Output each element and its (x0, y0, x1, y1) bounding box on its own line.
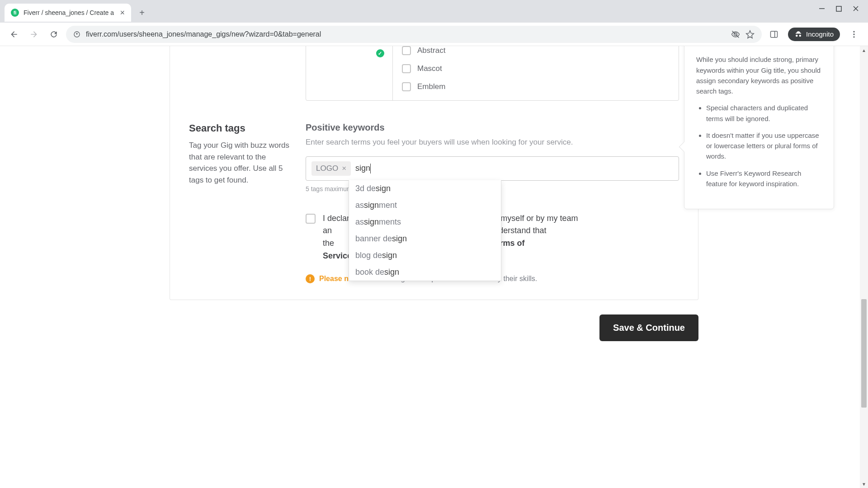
file-format-option[interactable]: Mascot (402, 60, 670, 78)
text-cursor (370, 164, 371, 174)
fiverr-favicon-icon: fi (11, 9, 19, 17)
keyword-chip: LOGO × (311, 161, 351, 176)
warning-icon: ! (306, 274, 315, 283)
tips-bullet: Use Fiverr's Keyword Research feature fo… (706, 168, 822, 189)
suggestion-item[interactable]: banner design (349, 230, 501, 247)
suggestions-dropdown: 3d design assignment assignments banner … (349, 180, 501, 281)
close-tab-icon[interactable]: × (120, 8, 125, 18)
file-format-panel: FILE FORMAT ✓ Abstract Mascot (306, 46, 679, 101)
minimize-icon[interactable] (819, 5, 825, 12)
scrollbar-thumb[interactable] (861, 299, 867, 408)
checkbox-icon[interactable] (402, 82, 411, 91)
keywords-input[interactable]: sign (355, 164, 370, 173)
search-tags-heading: Search tags (189, 122, 295, 134)
bookmark-star-icon[interactable] (745, 30, 755, 39)
svg-rect-8 (771, 31, 778, 37)
tips-card: terms in their searches. While you shoul… (684, 46, 834, 209)
keywords-input-box[interactable]: LOGO × sign 3d design assignment assignm… (306, 156, 679, 181)
checkbox-icon[interactable] (402, 64, 411, 73)
page-viewport: FILE FORMAT ✓ Abstract Mascot (0, 46, 868, 488)
svg-rect-1 (836, 6, 841, 11)
window-controls (819, 4, 868, 12)
save-continue-button[interactable]: Save & Continue (599, 314, 698, 341)
tab-title: Fiverr / sheena_jones / Create a (24, 9, 115, 16)
tips-bullet: Special characters and duplicated terms … (706, 103, 822, 124)
side-panel-icon[interactable] (766, 27, 782, 42)
option-label: Emblem (417, 82, 445, 91)
declaration-checkbox[interactable] (306, 214, 316, 224)
suggestion-item[interactable]: assignment (349, 197, 501, 214)
scrollbar[interactable]: ▲ ▼ (860, 46, 868, 488)
scroll-down-icon[interactable]: ▼ (860, 480, 868, 488)
incognito-icon (794, 30, 802, 38)
svg-point-12 (853, 36, 854, 38)
search-tags-description: Tag your Gig with buzz words that are re… (189, 140, 295, 186)
positive-keywords-description: Enter search terms you feel your buyers … (306, 136, 679, 148)
reload-button[interactable] (46, 27, 61, 42)
file-format-option[interactable]: Emblem (402, 78, 670, 96)
close-window-icon[interactable] (853, 5, 859, 12)
address-bar[interactable]: fiverr.com/users/sheena_jones/manage_gig… (66, 26, 762, 43)
scroll-up-icon[interactable]: ▲ (860, 46, 868, 54)
browser-menu-icon[interactable] (846, 27, 862, 42)
remove-chip-icon[interactable]: × (342, 164, 346, 173)
incognito-badge[interactable]: Incognito (788, 28, 840, 41)
checkbox-icon[interactable] (402, 46, 411, 55)
check-icon: ✓ (376, 49, 384, 57)
browser-titlebar: fi Fiverr / sheena_jones / Create a × + (0, 0, 868, 23)
svg-point-10 (853, 31, 854, 32)
browser-tab[interactable]: fi Fiverr / sheena_jones / Create a × (5, 4, 131, 22)
suggestion-item[interactable]: blog design (349, 247, 501, 264)
suggestion-item[interactable]: 3d design (349, 180, 501, 197)
svg-point-11 (853, 33, 854, 35)
new-tab-button[interactable]: + (135, 5, 149, 20)
secure-lock-icon (73, 31, 80, 38)
option-label: Mascot (417, 64, 442, 73)
eye-off-icon[interactable] (731, 30, 740, 39)
tips-bullet: It doesn't matter if you use uppercase o… (706, 130, 822, 162)
positive-keywords-heading: Positive keywords (306, 122, 679, 133)
maximize-icon[interactable] (836, 6, 842, 12)
file-format-option[interactable]: Abstract (402, 46, 670, 60)
suggestion-item[interactable]: assignments (349, 214, 501, 230)
url-text: fiverr.com/users/sheena_jones/manage_gig… (86, 30, 726, 38)
suggestion-item[interactable]: book design (349, 264, 501, 281)
tips-paragraph: While you should include strong, primary… (696, 54, 822, 96)
forward-button[interactable] (26, 27, 42, 42)
incognito-label: Incognito (806, 30, 834, 38)
option-label: Abstract (417, 46, 445, 55)
browser-toolbar: fiverr.com/users/sheena_jones/manage_gig… (0, 23, 868, 46)
back-button[interactable] (6, 27, 22, 42)
chip-label: LOGO (316, 164, 338, 173)
